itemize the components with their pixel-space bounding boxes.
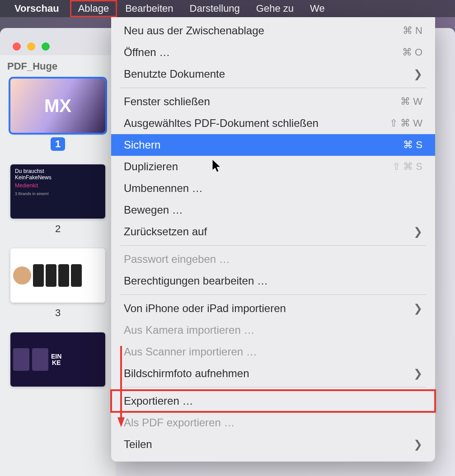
menu-separator [120, 88, 426, 88]
minimize-window-button[interactable] [27, 42, 35, 51]
chevron-right-icon: ❯ [413, 302, 422, 315]
menu-item-label: Bewegen … [124, 204, 183, 216]
menu-item[interactable]: Neu aus der Zwischenablage⌘ N [111, 20, 435, 42]
thumbnails-sidebar: PDF_Huge MX 1 Du brauchst KeinFakeNews M… [0, 55, 116, 476]
menu-item-label: Berechtigungen bearbeiten … [124, 275, 268, 287]
thumb-image-icon [32, 348, 48, 371]
menu-item-label: Duplizieren [124, 160, 178, 173]
menu-item: Als PDF exportieren … [111, 412, 435, 434]
menu-bearbeiten[interactable]: Bearbeiten [117, 0, 181, 17]
page-thumb-1[interactable]: MX 1 [7, 79, 108, 151]
menu-separator [120, 387, 426, 387]
thumb-device-icon [71, 264, 82, 287]
close-window-button[interactable] [13, 42, 21, 51]
menu-item-label: Öffnen … [124, 46, 170, 59]
menu-item-label: Von iPhone oder iPad importieren [124, 302, 286, 315]
menu-item[interactable]: Bewegen … [111, 199, 435, 221]
menu-item[interactable]: Zurücksetzen auf❯ [111, 221, 435, 243]
menu-item[interactable]: Berechtigungen bearbeiten … [111, 270, 435, 292]
thumb-line: 3 Brands in einem! [15, 191, 101, 196]
menu-item-label: Ausgewähltes PDF-Dokument schließen [124, 117, 319, 130]
traffic-lights [13, 42, 50, 51]
menu-item-label: Teilen [124, 438, 152, 451]
thumb-device-icon [58, 264, 69, 287]
menu-item: Aus Scanner importieren … [111, 341, 435, 363]
menu-item[interactable]: Benutzte Dokumente❯ [111, 63, 435, 85]
menu-shortcut: ⌘ W [400, 96, 422, 107]
menu-item[interactable]: Bildschirmfoto aufnehmen❯ [111, 363, 435, 384]
menubar: Vorschau Ablage Bearbeiten Darstellung G… [0, 0, 455, 17]
menu-item[interactable]: Umbenennen … [111, 177, 435, 199]
app-name[interactable]: Vorschau [14, 3, 70, 14]
ablage-dropdown-menu[interactable]: Neu aus der Zwischenablage⌘ NÖffnen …⌘ O… [111, 17, 435, 462]
menu-item-label: Sichern [124, 139, 160, 151]
menu-darstellung[interactable]: Darstellung [182, 0, 248, 17]
thumb-text: MX [44, 96, 71, 116]
page-number: 2 [55, 223, 61, 234]
menu-item-label: Neu aus der Zwischenablage [124, 24, 264, 37]
menu-item-label: Benutzte Dokumente [124, 68, 225, 80]
page-thumb-2[interactable]: Du brauchst KeinFakeNews Medienkit 3 Bra… [7, 164, 108, 235]
menu-item-label: Bildschirmfoto aufnehmen [124, 367, 249, 380]
menu-item[interactable]: Duplizieren⇧ ⌘ S [111, 156, 435, 177]
menu-truncated[interactable]: We [302, 0, 333, 17]
page-number: 3 [55, 307, 61, 318]
thumbnail-image[interactable]: Du brauchst KeinFakeNews Medienkit 3 Bra… [10, 164, 105, 219]
chevron-right-icon: ❯ [413, 68, 422, 80]
menu-shortcut: ⌘ N [403, 25, 422, 37]
menu-item: Passwort eingeben … [111, 248, 435, 270]
menu-item-label: Fenster schließen [124, 95, 210, 108]
menu-item-label: Umbenennen … [124, 182, 203, 195]
thumb-line: KeinFakeNews [15, 174, 101, 181]
menu-item[interactable]: Sichern⌘ S [111, 134, 435, 156]
menu-item-label: Als PDF exportieren … [124, 416, 235, 429]
thumb-logo-text: EIN [51, 353, 61, 359]
menu-item[interactable]: Ausgewähltes PDF-Dokument schließen⇧ ⌘ W [111, 112, 435, 134]
menu-separator [120, 245, 426, 246]
thumbnail-image[interactable] [10, 248, 105, 303]
menu-item[interactable]: Von iPhone oder iPad importieren❯ [111, 298, 435, 319]
menu-item-label: Aus Scanner importieren … [124, 345, 257, 358]
menu-item: Aus Kamera importieren … [111, 319, 435, 341]
thumbnail-image[interactable]: EIN KE [10, 332, 105, 387]
menu-shortcut: ⇧ ⌘ W [389, 117, 422, 129]
menu-item-label: Exportieren … [124, 395, 193, 407]
chevron-right-icon: ❯ [413, 225, 422, 238]
document-title: PDF_Huge [7, 61, 108, 72]
thumb-device-icon [46, 264, 56, 287]
page-thumb-4[interactable]: EIN KE [7, 332, 108, 387]
menu-separator [120, 294, 426, 295]
chevron-right-icon: ❯ [413, 367, 422, 380]
menu-shortcut: ⌘ S [403, 139, 422, 151]
menu-item[interactable]: Fenster schließen⌘ W [111, 91, 435, 112]
zoom-window-button[interactable] [42, 42, 50, 51]
thumb-logo-text: KE [51, 359, 61, 366]
menu-item[interactable]: Öffnen …⌘ O [111, 42, 435, 63]
page-number: 1 [51, 137, 65, 151]
chevron-right-icon: ❯ [413, 438, 422, 451]
thumb-line: Medienkit [15, 182, 101, 189]
thumb-image-icon [13, 348, 29, 371]
menu-item[interactable]: Exportieren … [111, 390, 435, 412]
menu-item-label: Aus Kamera importieren … [124, 324, 254, 336]
thumb-avatar-icon [13, 266, 31, 285]
menu-ablage[interactable]: Ablage [70, 0, 117, 17]
thumbnail-image[interactable]: MX [10, 79, 105, 133]
menu-shortcut: ⌘ O [402, 47, 422, 58]
menu-gehe-zu[interactable]: Gehe zu [248, 0, 302, 17]
menu-item-label: Passwort eingeben … [124, 253, 230, 266]
menu-item-label: Zurücksetzen auf [124, 225, 207, 238]
thumb-line: Du brauchst [15, 168, 101, 174]
page-thumb-3[interactable]: 3 [7, 248, 108, 319]
menu-item[interactable]: Teilen❯ [111, 434, 435, 455]
thumb-device-icon [33, 264, 44, 287]
menu-shortcut: ⇧ ⌘ S [392, 161, 422, 173]
